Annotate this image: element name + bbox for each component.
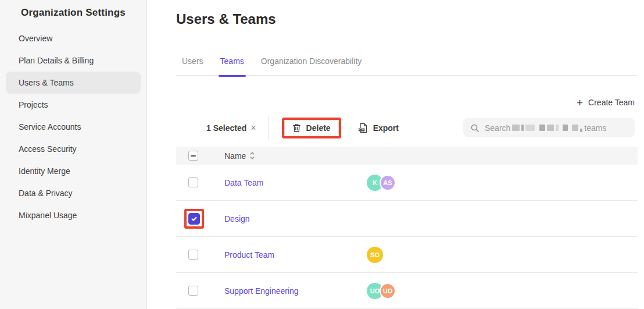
sidebar-item-plan-details-billing[interactable]: Plan Details & Billing	[6, 49, 141, 72]
team-link[interactable]: Product Team	[224, 250, 274, 260]
create-team-label: Create Team	[588, 98, 635, 107]
team-link[interactable]: Support Engineering	[224, 286, 299, 296]
row-checkbox[interactable]	[188, 286, 198, 296]
plus-icon: +	[577, 97, 583, 108]
bulk-actions-toolbar: 1 Selected × Delete	[176, 116, 638, 140]
table-row: Support Engineering UO UO	[176, 273, 638, 309]
row-checkbox[interactable]	[188, 250, 198, 260]
csv-file-icon: CSV	[358, 123, 368, 133]
table-header-row: Name	[176, 147, 638, 165]
member-avatars: K AS	[367, 175, 396, 191]
sidebar-item-identity-merge[interactable]: Identity Merge	[6, 160, 141, 182]
sidebar-item-users-teams[interactable]: Users & Teams	[6, 72, 141, 94]
actions-row: + Create Team	[176, 95, 638, 110]
sidebar-item-service-accounts[interactable]: Service Accounts	[6, 116, 141, 138]
sidebar-item-overview[interactable]: Overview	[6, 27, 141, 49]
sidebar-item-mixpanel-usage[interactable]: Mixpanel Usage	[6, 204, 141, 226]
main-content: Users & Teams Users Teams Organization D…	[147, 0, 644, 309]
annotation-box-delete: Delete	[282, 118, 341, 138]
sidebar-title: Organization Settings	[0, 0, 146, 19]
team-link[interactable]: Data Team	[224, 178, 263, 187]
avatar: UO	[380, 283, 396, 299]
avatar: AS	[380, 175, 396, 191]
page-title: Users & Teams	[176, 10, 638, 28]
selected-count: 1 Selected	[206, 123, 246, 133]
redacted-text	[512, 125, 520, 131]
select-all-checkbox[interactable]	[188, 151, 198, 161]
sidebar-item-projects[interactable]: Projects	[6, 94, 141, 116]
export-button[interactable]: CSV Export	[358, 123, 399, 133]
sidebar-nav: Overview Plan Details & Billing Users & …	[0, 27, 146, 226]
tab-users[interactable]: Users	[182, 55, 203, 67]
column-header-name[interactable]: Name	[224, 151, 246, 161]
team-link[interactable]: Design	[224, 214, 250, 223]
search-icon	[470, 123, 480, 133]
toolbar-divider	[269, 116, 269, 140]
member-avatars: UO UO	[367, 283, 396, 299]
selection-summary: 1 Selected ×	[206, 123, 256, 133]
sort-icon[interactable]	[250, 152, 255, 159]
delete-label: Delete	[306, 123, 331, 133]
table-row: Design	[176, 201, 638, 237]
create-team-button[interactable]: + Create Team	[577, 97, 635, 108]
row-checkbox[interactable]	[188, 177, 198, 187]
row-checkbox[interactable]	[188, 213, 200, 225]
teams-table: Name Data Team K AS	[176, 147, 638, 309]
trash-icon	[292, 123, 301, 133]
annotation-box-checkbox	[184, 209, 204, 229]
tab-bar: Users Teams Organization Discoverability	[176, 55, 638, 76]
export-label: Export	[373, 123, 399, 133]
sidebar: Organization Settings Overview Plan Deta…	[0, 0, 147, 309]
tab-teams[interactable]: Teams	[220, 55, 244, 67]
table-row: Product Team SO	[176, 237, 638, 273]
tab-organization-discoverability[interactable]: Organization Discoverability	[261, 55, 362, 67]
sidebar-item-access-security[interactable]: Access Security	[6, 138, 141, 160]
sidebar-item-data-privacy[interactable]: Data & Privacy	[6, 182, 141, 204]
svg-text:CSV: CSV	[359, 128, 365, 131]
member-avatars: SO	[367, 247, 383, 263]
close-icon[interactable]: ×	[251, 123, 256, 133]
search-placeholder: Search teams	[485, 123, 606, 133]
delete-button[interactable]: Delete	[284, 120, 339, 136]
table-row: Data Team K AS	[176, 165, 638, 201]
search-input[interactable]: Search teams	[463, 118, 635, 137]
avatar: SO	[367, 247, 383, 263]
